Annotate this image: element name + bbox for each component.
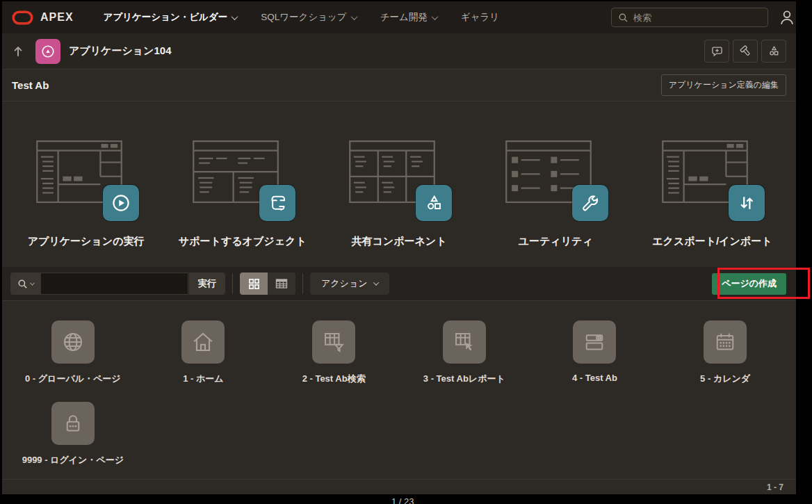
- oracle-logo-icon: [12, 10, 33, 25]
- down-up-arrows-icon: [729, 185, 765, 221]
- nav-item-label: ギャラリ: [461, 11, 499, 24]
- page-item-calendar[interactable]: 5 - カレンダ: [660, 320, 790, 385]
- page-label: 3 - Test Abレポート: [423, 373, 505, 385]
- card-supporting-objects[interactable]: サポートするオブジェクト: [164, 138, 320, 267]
- page-item-form[interactable]: 4 - Test Ab: [530, 320, 660, 385]
- app-breadcrumb-bar: アプリケーション104: [2, 33, 796, 70]
- nav-item-sql-workshop[interactable]: SQLワークショップ: [261, 11, 356, 24]
- actions-label: アクション: [321, 277, 368, 290]
- create-page-button[interactable]: ページの作成: [712, 273, 786, 295]
- divider: [302, 273, 303, 294]
- page-label: 9999 - ログイン・ページ: [22, 454, 124, 466]
- nav-item-label: SQLワークショップ: [261, 11, 346, 24]
- page-item-global[interactable]: 0 - グローバル・ページ: [8, 320, 138, 385]
- card-thumbnail: [501, 138, 610, 216]
- search-bar: 実行: [10, 273, 225, 295]
- slide-counter-clipped: 1 / 23: [391, 496, 414, 504]
- page-item-report[interactable]: 3 - Test Abレポート: [399, 320, 530, 385]
- chevron-down-icon: [30, 280, 35, 285]
- page-header: Test Ab アプリケーション定義の編集: [2, 70, 796, 101]
- filter-search-input[interactable]: [41, 273, 188, 295]
- application-icon[interactable]: [35, 39, 60, 64]
- appbar-actions: [704, 40, 786, 63]
- card-label: アプリケーションの実行: [28, 235, 145, 248]
- pages-row: 0 - グローバル・ページ 1 - ホーム 2 - Test Ab検索 3 - …: [8, 320, 790, 385]
- report-toolbar: 実行 アクション ページの作成: [2, 267, 796, 301]
- user-account-icon[interactable]: [778, 8, 796, 26]
- globe-icon: [51, 320, 95, 364]
- grid-funnel-icon: [312, 320, 355, 364]
- table-view-icon: [275, 277, 288, 290]
- global-search-input[interactable]: [633, 13, 761, 23]
- wrench-icon: [572, 185, 608, 221]
- top-navbar: APEX アプリケーション・ビルダー SQLワークショップ チーム開発 ギャラリ: [2, 1, 796, 33]
- up-arrow-icon[interactable]: [12, 45, 24, 58]
- app-action-cards: アプリケーションの実行 サポートするオ: [2, 101, 796, 267]
- card-run-application[interactable]: アプリケーションの実行: [8, 138, 164, 267]
- icon-view-button[interactable]: [240, 273, 268, 295]
- card-label: 共有コンポーネント: [351, 235, 446, 248]
- card-label: サポートするオブジェクト: [179, 235, 307, 248]
- add-comment-button[interactable]: [704, 40, 729, 63]
- chevron-down-icon: [350, 13, 357, 20]
- page-label: 5 - カレンダ: [700, 373, 750, 385]
- card-thumbnail: [32, 138, 140, 216]
- page-title: Test Ab: [12, 79, 49, 91]
- shapes-icon: [416, 185, 452, 221]
- card-thumbnail: [188, 138, 297, 216]
- form-icon: [573, 320, 616, 364]
- divider: [232, 273, 233, 294]
- apex-app-window: APEX アプリケーション・ビルダー SQLワークショップ チーム開発 ギャラリ: [2, 1, 796, 494]
- page-label: 0 - グローバル・ページ: [25, 373, 121, 385]
- chevron-down-icon: [431, 13, 438, 20]
- card-thumbnail: [658, 138, 766, 216]
- brand-label: APEX: [40, 11, 74, 24]
- search-icon: [17, 279, 28, 289]
- page-item-login[interactable]: 9999 - ログイン・ページ: [8, 402, 138, 466]
- actions-menu-button[interactable]: アクション: [310, 273, 389, 295]
- page-label: 4 - Test Ab: [572, 373, 617, 383]
- global-search-box[interactable]: [611, 8, 768, 27]
- card-shared-components[interactable]: 共有コンポーネント: [320, 138, 477, 267]
- pagination-range: 1 - 7: [767, 482, 783, 492]
- calendar-icon: [704, 320, 747, 364]
- run-button[interactable]: 実行: [188, 273, 225, 295]
- report-view-button[interactable]: [268, 273, 295, 295]
- card-export-import[interactable]: エクスポート/インポート: [634, 138, 790, 267]
- grid-view-icon: [248, 278, 260, 290]
- run-play-icon: [103, 185, 139, 221]
- search-column-selector[interactable]: [10, 273, 41, 295]
- flashlight-icon: [739, 44, 752, 58]
- page-label: 2 - Test Ab検索: [302, 373, 366, 385]
- page-item-search[interactable]: 2 - Test Ab検索: [268, 320, 399, 385]
- nav-item-gallery[interactable]: ギャラリ: [461, 11, 499, 24]
- spotlight-button[interactable]: [733, 40, 758, 63]
- scroll-icon: [259, 185, 295, 221]
- card-label: エクスポート/インポート: [652, 235, 772, 248]
- comment-plus-icon: [710, 44, 724, 58]
- page-item-home[interactable]: 1 - ホーム: [138, 320, 269, 385]
- view-toggle: [240, 273, 295, 295]
- report-footer: 1 - 7: [2, 479, 796, 494]
- card-thumbnail: [345, 138, 453, 216]
- chevron-down-icon: [373, 279, 378, 285]
- chevron-down-icon: [232, 13, 238, 20]
- nav-item-label: アプリケーション・ビルダー: [104, 11, 228, 24]
- home-icon: [181, 320, 225, 364]
- card-utilities[interactable]: ユーティリティ: [478, 138, 634, 267]
- pages-row: 9999 - ログイン・ページ: [8, 402, 790, 466]
- nav-item-label: チーム開発: [380, 11, 428, 24]
- page-label: 1 - ホーム: [183, 373, 223, 385]
- shapes-icon: [768, 44, 781, 58]
- search-icon: [618, 13, 628, 23]
- application-title: アプリケーション104: [69, 44, 172, 58]
- edit-application-definition-button[interactable]: アプリケーション定義の編集: [661, 74, 786, 96]
- brand[interactable]: APEX: [12, 10, 74, 25]
- lock-icon: [51, 402, 95, 445]
- card-label: ユーティリティ: [519, 235, 593, 248]
- nav-item-team-dev[interactable]: チーム開発: [380, 11, 437, 24]
- shared-components-button[interactable]: [761, 40, 786, 63]
- nav-item-app-builder[interactable]: アプリケーション・ビルダー: [104, 11, 238, 24]
- pages-grid: 0 - グローバル・ページ 1 - ホーム 2 - Test Ab検索 3 - …: [2, 301, 796, 479]
- grid-cursor-icon: [443, 320, 486, 364]
